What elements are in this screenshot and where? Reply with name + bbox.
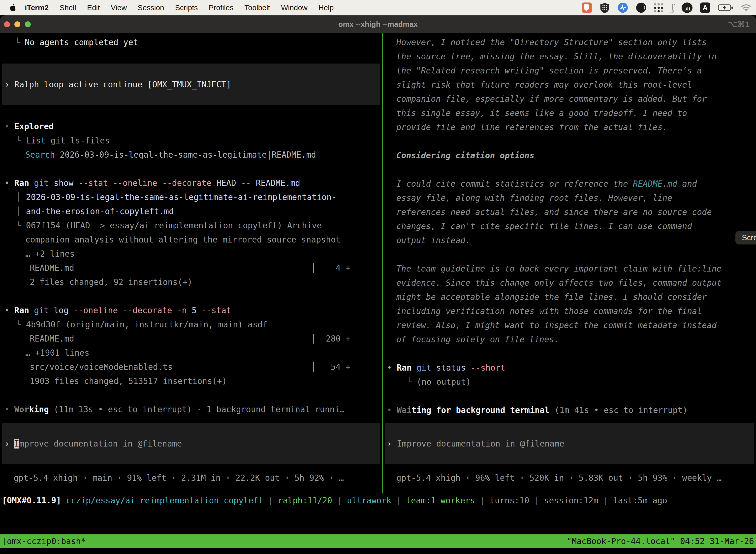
terminal-line: references need actual files, and since … [385, 205, 756, 219]
terminal-line: review. Also, I might want to inspect th… [385, 318, 756, 332]
text-segment: └ [16, 136, 26, 146]
diffstat-column: │ 4 + [311, 261, 351, 275]
text-segment: • [4, 122, 14, 131]
terminal-line: evidence. Since this change only affects… [385, 276, 756, 290]
text-segment: evidence. Since this change only affects… [396, 278, 721, 288]
moon-icon[interactable] [636, 2, 647, 13]
text-segment: However, I noticed the "Directory Struct… [396, 38, 707, 47]
text-segment: | [598, 496, 613, 505]
terminal-line: … +2 lines [0, 247, 382, 261]
menu-item-toolbelt[interactable]: Toolbelt [239, 3, 275, 12]
menu-item-session[interactable]: Session [132, 3, 170, 12]
text-segment: List [26, 136, 51, 146]
text-segment: 2026-03-09-is-legal-the-same-as-legitima… [26, 192, 336, 202]
text-segment: README.md [30, 334, 74, 343]
terminal-line: • Ran git log --oneline --decorate -n 5 … [0, 303, 382, 318]
menu-item-shell[interactable]: Shell [54, 3, 82, 12]
text-segment: -- [241, 178, 256, 188]
text-segment: • [4, 178, 14, 188]
pulse-icon[interactable] [617, 2, 628, 13]
text-segment: Ran [14, 178, 34, 188]
text-segment: this single essay, it seems like a good … [396, 108, 687, 118]
shield-icon[interactable] [600, 2, 610, 13]
terminal-line: the "Related research writing" section i… [385, 63, 756, 78]
inject-banner-box: › Ralph loop active continue [OMX_TMUX_I… [2, 63, 380, 105]
terminal-line: README.md│ 280 + [0, 332, 382, 346]
a-icon[interactable]: A [700, 2, 710, 13]
menu-item-view[interactable]: View [106, 3, 132, 12]
chat-icon[interactable] [582, 2, 592, 13]
terminal-line [385, 346, 756, 361]
prompt-input-right[interactable]: › Improve documentation in @filename [385, 423, 754, 464]
text-segment: | [332, 496, 347, 505]
wifi-icon[interactable] [741, 3, 752, 12]
terminal-line: › Ralph loop active continue [OMX_TMUX_I… [2, 77, 382, 92]
terminal-line: the source tree, missing the essay. Stil… [385, 49, 756, 63]
macos-menu-bar: iTerm2 Shell Edit View Session Scripts P… [0, 0, 756, 15]
screen-share-popup[interactable]: Scre [736, 231, 756, 244]
text-segment: show [54, 178, 78, 188]
pane-divider[interactable] [382, 33, 383, 493]
text-segment: Ran [14, 306, 34, 315]
omx-status-bar: [OMX#0.11.9] cczip/essay/ai-reimplementa… [0, 493, 756, 508]
text-segment: git [34, 306, 54, 315]
squiggle-icon[interactable]: ʃ [672, 2, 674, 13]
text-segment: turns:10 [490, 496, 529, 505]
left-agent-pane[interactable]: └ No agents completed yet › Ralph loop a… [0, 33, 382, 485]
text-segment: companion analysis without altering the … [25, 235, 341, 244]
text-segment: 067f154 (HEAD -> essay/ai-reimplementati… [26, 221, 322, 230]
terminal-line: I could cite commit statistics or refere… [385, 177, 756, 191]
text-segment: git ls-files [51, 136, 110, 146]
terminal-line: 2 files changed, 92 insertions(+) [0, 275, 382, 289]
text-segment: team:1 workers [406, 496, 475, 505]
text-segment: ultrawork [347, 496, 391, 505]
terminal-line [0, 162, 382, 176]
text-segment: The team guideline is to back every impo… [396, 264, 721, 274]
diffstat-column: │ 280 + [311, 332, 351, 346]
menu-item-window[interactable]: Window [275, 3, 313, 12]
terminal-line: [OMX#0.11.9] cczip/essay/ai-reimplementa… [2, 493, 756, 508]
menu-item-profiles[interactable]: Profiles [203, 3, 239, 12]
menu-item-help[interactable]: Help [313, 3, 339, 12]
tmux-status-bar: [omx-cczip0:bash* "MacBook-Pro-44.local"… [0, 535, 756, 548]
grid-dots-icon[interactable] [654, 3, 664, 13]
terminal-line: • Ran git show --stat --oneline --decora… [0, 176, 382, 190]
text-segment: the "Related research writing" section i… [396, 66, 702, 75]
text-segment: essay file, along with finding root file… [396, 193, 673, 203]
text-segment: Ralph loop active continue [OMX_TMUX_INJ… [14, 80, 231, 89]
menu-item-iterm2[interactable]: iTerm2 [19, 3, 54, 12]
prompt-input-left[interactable]: › Improve documentation in @filename [2, 423, 380, 464]
text-segment: git [34, 178, 54, 188]
text-segment: companion file, especially if more comme… [396, 94, 707, 104]
text-segment: provide file and line references from th… [396, 122, 668, 132]
text-segment: | [529, 496, 544, 505]
terminal-line: this single essay, it seems like a good … [385, 106, 756, 120]
text-segment: Explored [14, 122, 54, 131]
text-segment: including verification notes with those … [396, 306, 702, 316]
terminal-line: • Ran git status --short [385, 361, 756, 375]
menu-item-scripts[interactable]: Scripts [170, 3, 203, 12]
terminal-line: companion file, especially if more comme… [385, 92, 756, 106]
text-segment: 4b9d30f (origin/main, instructkr/main, m… [26, 320, 268, 329]
apple-menu-icon[interactable] [9, 4, 17, 12]
text-segment: cczip/essay/ai-reimplementation-copyleft [66, 496, 263, 505]
text-segment: --oneline --decorate [73, 306, 177, 315]
text-segment: No agents completed yet [25, 38, 138, 47]
session-status-left: gpt-5.4 xhigh · main · 91% left · 2.31M … [0, 471, 382, 485]
terminal-line: might be acceptable alongside the file l… [385, 290, 756, 304]
text-segment: | [391, 496, 406, 505]
text-segment: review. Also, I might want to inspect th… [396, 321, 716, 330]
text-segment: Considering citation options [396, 151, 534, 160]
menu-item-edit[interactable]: Edit [82, 3, 106, 12]
window-title-bar[interactable]: omx --xhigh --madmax ⌥⌘1 [0, 15, 756, 34]
terminal-line: └ 4b9d30f (origin/main, instructkr/main,… [0, 318, 382, 332]
text-segment: mprove documentation in @filename [19, 439, 182, 448]
tmux-session-name[interactable]: [omx-cczip0:bash* [0, 535, 86, 548]
badge-61-icon[interactable]: ..61 [682, 2, 693, 13]
window-title: omx --xhigh --madmax [0, 15, 756, 33]
text-segment: [OMX#0.11.9] [2, 496, 66, 505]
text-segment: status [436, 363, 471, 373]
battery-icon[interactable] [718, 4, 733, 12]
right-agent-pane[interactable]: However, I noticed the "Directory Struct… [385, 33, 756, 485]
terminal-line: including verification notes with those … [385, 304, 756, 318]
